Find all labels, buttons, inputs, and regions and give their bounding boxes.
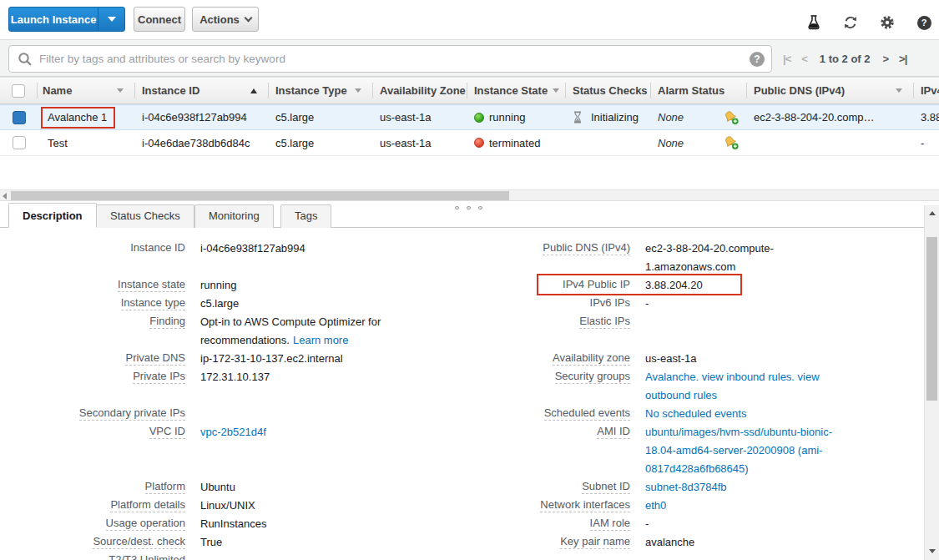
pagination-next-button[interactable]: > <box>883 53 889 65</box>
top-toolbar: Launch Instance Connect Actions <box>0 0 939 39</box>
scroll-left-icon[interactable] <box>3 193 7 199</box>
instance-type-cell: c5.large <box>269 104 373 130</box>
search-input[interactable] <box>39 47 743 71</box>
description-row: T2/T3 Unlimited <box>0 552 924 560</box>
security-groups-link[interactable]: Avalanche. view inbound rules. view outb… <box>645 371 820 401</box>
instance-name-cell[interactable]: Avalanche 1 <box>38 104 135 130</box>
scroll-up-icon[interactable] <box>929 211 936 215</box>
help-icon[interactable]: ? <box>916 14 932 31</box>
settings-gear-icon[interactable] <box>879 14 896 31</box>
pagination-last-button[interactable]: >| <box>899 53 906 65</box>
table-row <box>0 130 38 156</box>
column-header-instance-type[interactable]: Instance Type <box>269 77 373 104</box>
horizontal-scrollbar-thumb[interactable] <box>11 191 509 200</box>
pagination: |< < 1 to 2 of 2 > >| <box>783 45 906 73</box>
availability-zone-cell: us-east-1a <box>373 104 467 130</box>
description-row: Instance type c5.large IPv6 IPs - <box>0 295 924 313</box>
description-row: Platform Ubuntu Subnet ID subnet-8d3784f… <box>0 478 924 497</box>
tab-monitoring[interactable]: Monitoring <box>194 204 274 228</box>
tab-tags[interactable]: Tags <box>280 204 331 228</box>
filter-dropdown-icon[interactable] <box>117 88 124 93</box>
detail-tabs: Description Status Checks Monitoring Tag… <box>0 203 924 228</box>
subnet-id-link[interactable]: subnet-8d3784fb <box>645 481 727 493</box>
learn-more-link[interactable]: Learn more <box>293 334 348 346</box>
running-state-icon <box>474 113 484 123</box>
instance-id-cell[interactable]: i-04e6dae738db6d84c <box>135 130 269 156</box>
description-row: Finding Opt-in to AWS Compute Optimizer … <box>0 313 924 350</box>
public-dns-cell: ec2-3-88-204-20.comp… <box>747 104 914 130</box>
connect-button[interactable]: Connect <box>134 7 185 32</box>
create-alarm-bell-icon[interactable] <box>724 135 740 150</box>
status-checks-cell: Initializing <box>566 104 651 130</box>
ipv4-public-ip-cell: 3.88.204.20 <box>914 104 939 130</box>
pagination-first-button[interactable]: |< <box>783 53 790 65</box>
instances-table: Name Instance ID Instance Type Availabil… <box>0 77 939 156</box>
experiment-flask-icon[interactable] <box>805 14 822 31</box>
red-annotation-box: Avalanche 1 <box>41 107 115 129</box>
public-dns-cell <box>747 130 914 156</box>
column-header-status-checks[interactable]: Status Checks <box>566 77 651 104</box>
description-row: VPC ID vpc-2b521d4f AMI ID ubuntu/images… <box>0 423 924 478</box>
panel-resize-handle[interactable] <box>455 206 482 209</box>
instance-state-cell: running <box>467 104 566 130</box>
description-row: Usage operation RunInstances IAM role - <box>0 515 924 533</box>
pagination-prev-button[interactable]: < <box>801 53 807 65</box>
column-header-instance-id[interactable]: Instance ID <box>135 77 269 104</box>
sort-ascending-icon <box>250 88 257 93</box>
pagination-range-label: 1 to 2 of 2 <box>820 53 871 65</box>
availability-zone-cell: us-east-1a <box>373 130 467 156</box>
toolbar-icons: ? <box>805 14 932 31</box>
filter-dropdown-icon[interactable] <box>553 88 559 93</box>
launch-instance-dropdown[interactable] <box>98 7 124 32</box>
search-box: ? <box>8 45 772 73</box>
chevron-down-icon <box>244 13 252 22</box>
description-row: Instance ID i-04c6e938f127ab994 Public D… <box>0 240 924 276</box>
instance-id-cell[interactable]: i-04c6e938f127ab994 <box>135 104 269 130</box>
scroll-down-icon[interactable] <box>929 549 936 553</box>
description-row: Instance state running IPv4 Public IP 3.… <box>0 276 924 295</box>
description-row: Private IPs 172.31.10.137 Security group… <box>0 368 924 405</box>
select-all-checkbox[interactable] <box>12 84 25 98</box>
filter-dropdown-icon[interactable] <box>896 88 902 93</box>
instance-name-cell[interactable]: Test <box>38 130 135 156</box>
create-alarm-bell-icon[interactable] <box>724 110 740 125</box>
description-panel: Instance ID i-04c6e938f127ab994 Public D… <box>0 228 924 560</box>
tab-status-checks[interactable]: Status Checks <box>96 204 194 228</box>
table-row <box>0 104 38 130</box>
row-checkbox[interactable] <box>13 111 26 124</box>
description-row: Source/dest. check True Key pair name av… <box>0 533 924 552</box>
description-row: Secondary private IPs Scheduled events N… <box>0 405 924 423</box>
search-help-icon[interactable]: ? <box>750 52 765 67</box>
vpc-id-link[interactable]: vpc-2b521d4f <box>200 426 266 438</box>
network-interface-link[interactable]: eth0 <box>645 499 666 512</box>
tab-description[interactable]: Description <box>8 203 97 228</box>
actions-button[interactable]: Actions <box>192 7 259 32</box>
column-header-alarm-status[interactable]: Alarm Status <box>651 77 747 104</box>
search-icon <box>18 52 33 67</box>
instance-type-cell: c5.large <box>269 130 373 156</box>
instance-state-cell: terminated <box>467 130 566 156</box>
hourglass-icon <box>573 111 583 124</box>
vertical-scrollbar[interactable] <box>924 205 939 560</box>
terminated-state-icon <box>474 138 484 148</box>
description-row: Private DNS ip-172-31-10-137.ec2.interna… <box>0 350 924 368</box>
status-checks-cell <box>566 130 651 156</box>
column-header-instance-state[interactable]: Instance State <box>467 77 566 104</box>
row-checkbox[interactable] <box>13 136 26 149</box>
column-header-availability-zone[interactable]: Availability Zone <box>373 77 467 104</box>
horizontal-scrollbar[interactable] <box>0 189 939 201</box>
chevron-down-icon <box>108 17 116 22</box>
alarm-status-cell: None <box>651 130 747 156</box>
refresh-icon[interactable] <box>842 14 859 31</box>
scheduled-events-link[interactable]: No scheduled events <box>645 407 746 420</box>
launch-instance-button[interactable]: Launch Instance <box>8 7 125 32</box>
description-row: Platform details Linux/UNIX Network inte… <box>0 497 924 515</box>
column-header-public-dns[interactable]: Public DNS (IPv4) <box>747 77 914 104</box>
vertical-scrollbar-thumb[interactable] <box>926 237 937 401</box>
ami-id-link[interactable]: ubuntu/images/hvm-ssd/ubuntu-bionic-18.0… <box>645 426 832 475</box>
launch-instance-label: Launch Instance <box>9 13 98 26</box>
ipv4-public-ip-cell: - <box>914 130 939 156</box>
column-header-name[interactable]: Name <box>38 77 135 104</box>
column-header-ipv4-public-ip[interactable]: IPv4 Public IP <box>914 77 939 104</box>
filter-dropdown-icon[interactable] <box>355 88 361 93</box>
